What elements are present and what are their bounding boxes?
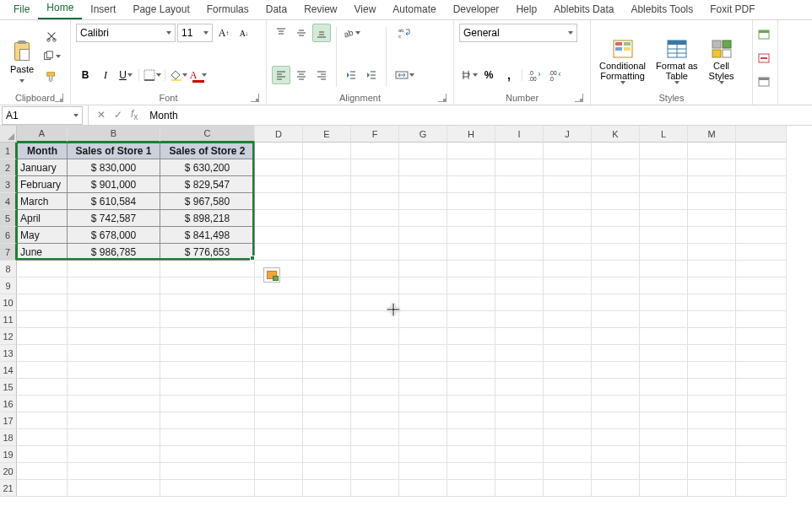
cell-F19[interactable] <box>351 446 399 463</box>
cell-I15[interactable] <box>495 379 544 396</box>
cell-J1[interactable] <box>544 143 592 159</box>
cell-M20[interactable] <box>688 463 736 480</box>
cell-D11[interactable] <box>255 311 303 328</box>
column-header-G[interactable]: G <box>399 126 447 143</box>
cell-I1[interactable] <box>495 143 544 159</box>
cell-K12[interactable] <box>592 328 640 345</box>
row-header-21[interactable]: 21 <box>0 480 17 497</box>
column-header-I[interactable]: I <box>495 126 544 143</box>
cell-G14[interactable] <box>399 362 447 379</box>
cell-M10[interactable] <box>688 294 736 311</box>
cell-D2[interactable] <box>255 159 303 176</box>
cell-L15[interactable] <box>640 379 688 396</box>
cell-G11[interactable] <box>399 311 447 328</box>
cell-L3[interactable] <box>640 176 688 193</box>
cell-B7[interactable]: $ 986,785 <box>68 244 160 261</box>
insert-function-button[interactable]: fx <box>127 106 141 123</box>
cell-A3[interactable]: February <box>17 176 68 193</box>
cell-B20[interactable] <box>68 463 160 480</box>
cell-J16[interactable] <box>544 396 592 412</box>
cell-J5[interactable] <box>544 210 592 227</box>
row-header-11[interactable]: 11 <box>0 311 17 328</box>
cell-D14[interactable] <box>255 362 303 379</box>
cell-E21[interactable] <box>303 480 351 497</box>
cell-G1[interactable] <box>399 143 447 159</box>
decrease-font-button[interactable]: A↓ <box>235 24 253 42</box>
cell-F11[interactable] <box>351 311 399 328</box>
cell-C16[interactable] <box>160 396 255 412</box>
decrease-decimal-button[interactable]: .00.0 <box>546 66 565 84</box>
cell-G8[interactable] <box>399 261 447 277</box>
cell-F8[interactable] <box>351 261 399 277</box>
number-launcher[interactable] <box>575 94 583 102</box>
cell-J2[interactable] <box>544 159 592 176</box>
cell-L19[interactable] <box>640 446 688 463</box>
cell-M19[interactable] <box>688 446 736 463</box>
cell-J4[interactable] <box>544 193 592 210</box>
cell-C8[interactable] <box>160 261 255 277</box>
cell-M1[interactable] <box>688 143 736 159</box>
cell-M13[interactable] <box>688 345 736 362</box>
cell-D17[interactable] <box>255 412 303 429</box>
cell-C1[interactable]: Sales of Store 2 <box>160 143 255 159</box>
cell-A1[interactable]: Month <box>17 143 68 159</box>
row-header-3[interactable]: 3 <box>0 176 17 193</box>
cell-I19[interactable] <box>495 446 544 463</box>
cell-L4[interactable] <box>640 193 688 210</box>
increase-decimal-button[interactable]: .0.00 <box>526 66 544 84</box>
cell-grid[interactable]: MonthSales of Store 1Sales of Store 2Jan… <box>17 143 812 497</box>
cell-E12[interactable] <box>303 328 351 345</box>
cell-M9[interactable] <box>688 277 736 294</box>
number-format-combo[interactable]: General <box>459 24 577 42</box>
insert-cells-button[interactable] <box>755 25 773 44</box>
cell-E3[interactable] <box>303 176 351 193</box>
cell-I13[interactable] <box>495 345 544 362</box>
cell-A5[interactable]: April <box>17 210 68 227</box>
select-all-corner[interactable] <box>0 126 17 143</box>
cell-F16[interactable] <box>351 396 399 412</box>
cell-D13[interactable] <box>255 345 303 362</box>
cell-L13[interactable] <box>640 345 688 362</box>
cell-I17[interactable] <box>495 412 544 429</box>
cell-A9[interactable] <box>17 277 68 294</box>
cell-C3[interactable]: $ 829,547 <box>160 176 255 193</box>
font-name-combo[interactable]: Calibri <box>76 24 176 42</box>
cell-K10[interactable] <box>592 294 640 311</box>
column-header-J[interactable]: J <box>544 126 592 143</box>
cell-G18[interactable] <box>399 429 447 446</box>
cell-C15[interactable] <box>160 379 255 396</box>
tab-file[interactable]: File <box>5 1 38 19</box>
cell-H1[interactable] <box>447 143 495 159</box>
cell-K3[interactable] <box>592 176 640 193</box>
cell-L7[interactable] <box>640 244 688 261</box>
column-header-K[interactable]: K <box>592 126 640 143</box>
cell-I14[interactable] <box>495 362 544 379</box>
row-header-1[interactable]: 1 <box>0 143 17 159</box>
align-right-button[interactable] <box>312 66 331 84</box>
column-header-F[interactable]: F <box>351 126 399 143</box>
cell-M15[interactable] <box>688 379 736 396</box>
row-header-2[interactable]: 2 <box>0 159 17 176</box>
cell-E2[interactable] <box>303 159 351 176</box>
tab-ablebits-data[interactable]: Ablebits Data <box>545 1 622 19</box>
cell-D12[interactable] <box>255 328 303 345</box>
cell-E5[interactable] <box>303 210 351 227</box>
cell-K5[interactable] <box>592 210 640 227</box>
column-header-M[interactable]: M <box>688 126 736 143</box>
align-left-button[interactable] <box>272 66 290 84</box>
quick-analysis-button[interactable] <box>263 267 280 283</box>
row-header-12[interactable]: 12 <box>0 328 17 345</box>
cell-D16[interactable] <box>255 396 303 412</box>
cell-J9[interactable] <box>544 277 592 294</box>
row-header-19[interactable]: 19 <box>0 446 17 463</box>
cell-H5[interactable] <box>447 210 495 227</box>
cell-K11[interactable] <box>592 311 640 328</box>
cell-A4[interactable]: March <box>17 193 68 210</box>
increase-font-button[interactable]: A↑ <box>214 24 233 42</box>
cell-C5[interactable]: $ 898,218 <box>160 210 255 227</box>
cell-E18[interactable] <box>303 429 351 446</box>
cell-H3[interactable] <box>447 176 495 193</box>
cell-J13[interactable] <box>544 345 592 362</box>
cell-K21[interactable] <box>592 480 640 497</box>
cell-F14[interactable] <box>351 362 399 379</box>
